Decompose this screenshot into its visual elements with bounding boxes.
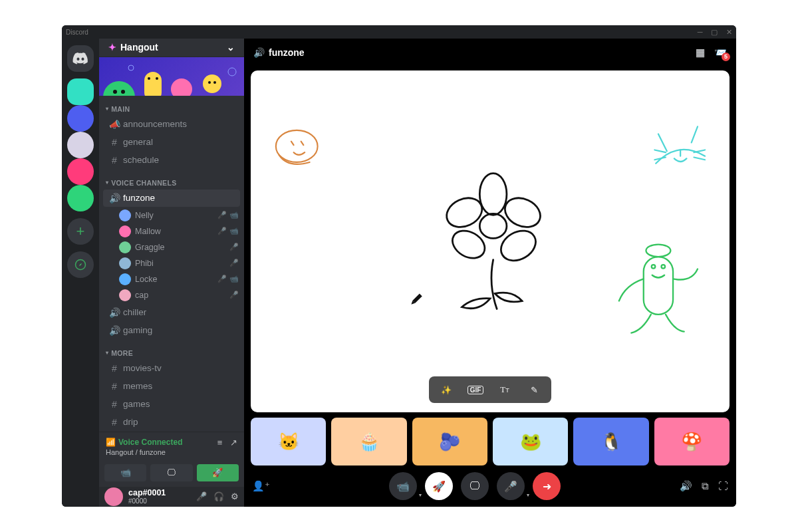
discord-window: Discord ─ ▢ ✕ + ✦ Hangout ⌄ ▾ MAIN📣annou… xyxy=(62,25,736,507)
svg-point-2 xyxy=(113,90,117,94)
chevron-down-icon: ▾ xyxy=(419,492,422,498)
effects-tool[interactable]: ✨ xyxy=(433,380,460,399)
voice-user[interactable]: Phibi🎤 xyxy=(99,255,244,271)
text-tool[interactable]: TT xyxy=(491,380,518,399)
server-header[interactable]: ✦ Hangout ⌄ xyxy=(99,39,244,57)
voice-channel-gaming[interactable]: 🔊gaming xyxy=(103,322,240,339)
text-channel-drip[interactable]: #drip xyxy=(103,414,240,431)
channel-name: movies-tv xyxy=(123,363,162,373)
pencil-tool[interactable]: ✎ xyxy=(521,380,547,399)
voice-location: Hangout / funzone xyxy=(106,448,237,456)
voice-channel-chiller[interactable]: 🔊chiller xyxy=(103,304,240,321)
avatar xyxy=(119,225,131,237)
participant-tile[interactable]: 🐸 xyxy=(493,418,568,466)
leave-call-button[interactable]: ➜ xyxy=(533,472,561,500)
channel-name: games xyxy=(123,399,150,409)
participant-tile[interactable]: 🫐 xyxy=(412,418,487,466)
voice-user[interactable]: Mallow🎤📹 xyxy=(99,223,244,239)
svg-point-7 xyxy=(171,78,192,96)
camera-icon: 📹 xyxy=(120,467,131,477)
server-name: Hangout xyxy=(120,42,158,53)
fullscreen-button[interactable]: ⛶ xyxy=(718,480,728,492)
svg-point-14 xyxy=(276,130,318,162)
voice-user[interactable]: Graggle🎤 xyxy=(99,239,244,255)
speaker-icon: 🔊 xyxy=(108,325,120,336)
close-button[interactable]: ✕ xyxy=(726,28,732,36)
svg-point-10 xyxy=(208,81,211,84)
whiteboard-canvas[interactable]: ✨ GIF TT ✎ xyxy=(251,70,730,412)
participant-avatar: 🐱 xyxy=(278,432,299,452)
chevron-down-icon: ⌄ xyxy=(227,42,235,53)
boost-icon: ✦ xyxy=(108,42,116,53)
avatar[interactable] xyxy=(104,487,123,506)
participant-avatar: 🍄 xyxy=(681,432,702,452)
mic-button[interactable]: 🎤▾ xyxy=(497,472,525,500)
hash-icon: # xyxy=(108,155,120,166)
username: cap#0001 xyxy=(128,489,166,497)
text-channel-games[interactable]: #games xyxy=(103,396,240,413)
rocket-icon: 🚀 xyxy=(432,480,446,493)
chevron-down-icon: ▾ xyxy=(106,350,108,356)
screenshare-button[interactable]: 🖵 xyxy=(150,464,192,481)
grid-view-icon[interactable]: ▦ xyxy=(696,47,705,59)
section-header[interactable]: ▾ MORE xyxy=(99,340,244,359)
participant-tile[interactable]: 🐧 xyxy=(573,418,648,466)
participant-tile[interactable]: 🧁 xyxy=(331,418,406,466)
invite-button[interactable]: 👤⁺ xyxy=(252,480,270,492)
channel-name: schedule xyxy=(123,155,159,165)
participant-tile[interactable]: 🍄 xyxy=(654,418,730,466)
server-icon[interactable] xyxy=(67,78,94,105)
svg-point-3 xyxy=(121,90,125,94)
app-title: Discord xyxy=(66,29,88,36)
server-icon[interactable] xyxy=(67,105,94,132)
camera-button[interactable]: 📹▾ xyxy=(389,472,417,500)
home-button[interactable] xyxy=(67,45,94,72)
channel-header: 🔊 funzone ▦ 📨 5 xyxy=(244,39,736,66)
titlebar: Discord ─ ▢ ✕ xyxy=(62,25,736,39)
server-icon[interactable] xyxy=(67,158,94,185)
svg-point-6 xyxy=(156,77,158,80)
add-server-button[interactable]: + xyxy=(67,218,94,245)
deafen-button[interactable]: 🎧 xyxy=(213,491,224,501)
server-icon[interactable] xyxy=(67,185,94,211)
chevron-down-icon: ▾ xyxy=(527,492,529,498)
voice-status: Voice Connected xyxy=(118,438,182,447)
svg-point-9 xyxy=(203,74,221,93)
explore-button[interactable] xyxy=(67,251,94,278)
user-discriminator: #0000 xyxy=(128,497,166,505)
hash-icon: # xyxy=(108,399,120,410)
voice-user[interactable]: cap🎤 xyxy=(99,287,244,303)
activities-button[interactable]: 🚀 xyxy=(425,472,453,500)
minimize-button[interactable]: ─ xyxy=(698,28,703,36)
participant-tile[interactable]: 🐱 xyxy=(251,418,326,466)
maximize-button[interactable]: ▢ xyxy=(711,28,718,36)
noise-suppression-icon[interactable]: ≡ xyxy=(217,438,223,448)
section-header[interactable]: ▾ VOICE CHANNELS xyxy=(99,170,244,189)
mute-button[interactable]: 🎤 xyxy=(196,491,207,501)
inbox-button[interactable]: 📨 5 xyxy=(714,47,727,59)
voice-user-name: Nelly xyxy=(135,211,215,220)
voice-user[interactable]: Nelly🎤📹 xyxy=(99,207,244,223)
server-icon[interactable] xyxy=(67,132,94,158)
video-button[interactable]: 📹 xyxy=(104,464,146,481)
text-channel-announcements[interactable]: 📣announcements xyxy=(103,116,240,133)
disconnect-icon[interactable]: ↗ xyxy=(230,438,237,448)
voice-user-name: Mallow xyxy=(135,227,215,236)
voice-user[interactable]: Locke🎤📹 xyxy=(99,271,244,287)
text-channel-memes[interactable]: #memes xyxy=(103,378,240,395)
voice-channel-funzone[interactable]: 🔊funzone xyxy=(103,190,240,207)
gif-tool[interactable]: GIF xyxy=(462,380,489,399)
popout-button[interactable]: ⧉ xyxy=(702,480,709,492)
svg-point-20 xyxy=(495,225,541,267)
voice-status-panel: ≡ ↗ 📶Voice Connected Hangout / funzone xyxy=(99,432,244,462)
section-header[interactable]: ▾ MAIN xyxy=(99,96,244,115)
text-channel-movies-tv[interactable]: #movies-tv xyxy=(103,360,240,377)
activity-button[interactable]: 🚀 xyxy=(197,464,239,481)
screen-share-button[interactable]: 🖵 xyxy=(461,472,489,500)
svg-point-24 xyxy=(652,265,656,269)
settings-button[interactable]: ⚙ xyxy=(231,491,239,501)
megaphone-icon: 📣 xyxy=(108,119,120,130)
text-channel-general[interactable]: #general xyxy=(103,134,240,151)
text-channel-schedule[interactable]: #schedule xyxy=(103,152,240,169)
volume-button[interactable]: 🔊 xyxy=(680,480,692,492)
